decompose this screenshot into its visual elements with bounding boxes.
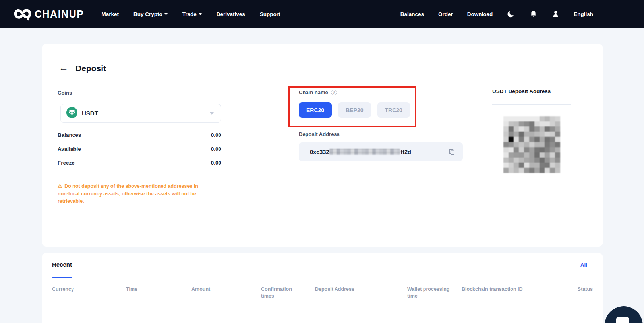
deposit-warning: ⚠ Do not deposit any of the above-mentio… [58, 182, 208, 205]
chainup-logo[interactable]: CHAINUP [14, 6, 84, 21]
language-selector[interactable]: English [574, 11, 593, 17]
column-header-status: Status [575, 286, 593, 300]
column-header-time: Time [126, 286, 191, 300]
nav-item-support[interactable]: Support [260, 11, 280, 17]
balance-row: Freeze 0.00 [58, 160, 221, 166]
chain-name-label: Chain name [299, 90, 328, 95]
column-header-currency: Currency [52, 286, 126, 300]
copy-address-icon[interactable] [448, 148, 456, 156]
divider [42, 278, 603, 278]
column-header-confirmation-times: Confirmation times [261, 286, 315, 300]
nav-item-market[interactable]: Market [101, 11, 119, 17]
nav-item-balances[interactable]: Balances [400, 11, 424, 17]
brand-name: CHAINUP [35, 8, 84, 20]
caret-down-icon [164, 13, 168, 15]
selected-coin: USDT [82, 110, 98, 117]
main-nav: Market Buy Crypto Trade Derivatives Supp… [101, 11, 280, 17]
back-arrow-button[interactable]: ← [59, 63, 68, 72]
nav-item-download[interactable]: Download [467, 11, 493, 17]
coin-select-dropdown[interactable]: USDT [60, 104, 221, 123]
tether-coin-icon [66, 107, 77, 120]
column-header-blockchain-transaction-id: Blockchain transaction ID [462, 286, 575, 300]
help-icon[interactable]: ? [331, 90, 337, 95]
nav-right-group: Balances Order Download English [400, 10, 593, 18]
nav-item-derivatives[interactable]: Derivatives [217, 11, 245, 17]
chevron-down-icon [210, 112, 214, 115]
balance-row: Available 0.00 [58, 146, 221, 152]
nav-item-trade[interactable]: Trade [182, 11, 202, 17]
qr-code-blurred-image [503, 116, 560, 173]
dark-mode-moon-icon[interactable] [507, 10, 515, 18]
chain-link-icon [14, 6, 31, 21]
balance-summary: Balances 0.00 Available 0.00 Freeze 0.00 [58, 132, 221, 174]
chain-button-bep20[interactable]: BEP20 [338, 102, 371, 118]
chat-widget-button[interactable] [605, 306, 643, 323]
chain-selector: ERC20 BEP20 TRC20 [299, 102, 410, 118]
deposit-card: ← Deposit Coins USDT Balances 0.00 Avail… [42, 44, 603, 247]
deposit-address-value: 0xc332ff2d [310, 149, 411, 155]
qr-title: USDT Deposit Address [492, 88, 551, 94]
chat-icon [616, 317, 629, 323]
chain-button-trc20[interactable]: TRC20 [377, 102, 410, 118]
page-title: Deposit [75, 64, 106, 73]
notifications-bell-icon[interactable] [529, 10, 537, 18]
warning-triangle-icon: ⚠ [58, 183, 62, 189]
nav-item-buy-crypto[interactable]: Buy Crypto [133, 11, 168, 17]
tab-recent[interactable]: Recent [52, 261, 72, 268]
deposit-address-box: 0xc332ff2d [299, 142, 463, 161]
qr-code-frame [492, 104, 571, 185]
column-header-deposit-address: Deposit Address [315, 286, 407, 300]
vertical-divider [261, 104, 261, 224]
all-link[interactable]: All [580, 262, 587, 268]
nav-item-order[interactable]: Order [438, 11, 453, 17]
top-navbar: CHAINUP Market Buy Crypto Trade Derivati… [0, 0, 644, 28]
blurred-address-segment [329, 149, 400, 155]
account-user-icon[interactable] [551, 10, 559, 18]
coins-label: Coins [58, 90, 72, 96]
column-header-amount: Amount [191, 286, 261, 300]
transactions-table-header: Currency Time Amount Confirmation times … [42, 286, 603, 300]
caret-down-icon [199, 13, 202, 15]
deposit-address-label: Deposit Address [299, 131, 340, 137]
balance-row: Balances 0.00 [58, 132, 221, 138]
recent-transactions-card: Recent All Currency Time Amount Confirma… [42, 253, 603, 323]
chain-button-erc20[interactable]: ERC20 [299, 102, 332, 118]
column-header-wallet-processing-time: Wallet processing time [407, 286, 462, 300]
